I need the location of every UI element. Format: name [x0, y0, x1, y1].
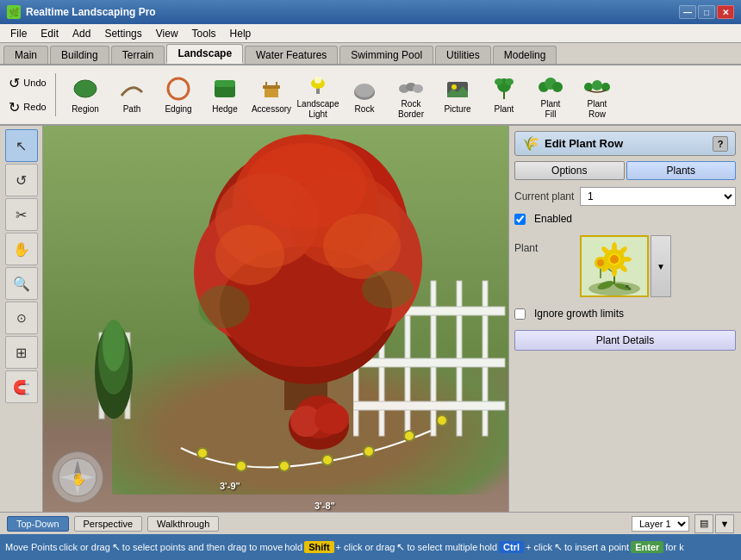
menu-item-add[interactable]: Add	[65, 26, 97, 41]
tool-btn-picture[interactable]: Picture	[435, 70, 480, 120]
tab-swimming-pool[interactable]: Swimming Pool	[339, 46, 433, 64]
svg-point-0	[74, 80, 97, 97]
tool-btn-path[interactable]: Path	[109, 70, 154, 120]
tab-modeling[interactable]: Modeling	[493, 46, 557, 64]
select-tool-button[interactable]: ↖	[5, 129, 38, 162]
right-panel: 🌾 Edit Plant Row ? Options Plants Curren…	[508, 126, 741, 512]
tool-btn-hedge[interactable]: Hedge	[202, 70, 247, 120]
window-title: Realtime Landscaping Pro	[26, 6, 679, 18]
undo-button[interactable]: ↺ Undo	[7, 72, 48, 94]
rotate-tool-button[interactable]: ↺	[5, 164, 38, 196]
status-ctrl-key: Ctrl	[499, 541, 524, 553]
svg-point-25	[584, 83, 593, 91]
left-sidebar: ↖ ↺ ✂ ✋ 🔍 ⊙ ⊞ 🧲	[0, 126, 43, 512]
undo-redo-group: ↺ Undo ↻ Redo	[7, 72, 48, 118]
cut-tool-button[interactable]: ✂	[5, 198, 38, 231]
tab-water-features[interactable]: Water Features	[245, 46, 338, 64]
plant-dropdown-button[interactable]: ▼	[651, 235, 671, 297]
tool-btn-plant[interactable]: Plant	[482, 70, 526, 120]
plant-dot-5	[363, 445, 375, 457]
panel-tab-plants[interactable]: Plants	[626, 161, 737, 180]
layer-icon-2[interactable]: ▼	[715, 514, 734, 533]
tool-btn-region[interactable]: Region	[63, 70, 108, 120]
tool-btn-landscape-light[interactable]: LandscapeLight	[296, 70, 340, 120]
current-plant-select[interactable]: 1	[580, 187, 736, 206]
menu-item-tools[interactable]: Tools	[185, 26, 223, 41]
ignore-growth-row: Ignore growth limits	[514, 306, 736, 321]
svg-point-15	[413, 84, 423, 93]
svg-rect-5	[263, 85, 280, 89]
main-tabbar: MainBuildingTerrainLandscapeWater Featur…	[0, 43, 741, 65]
svg-point-56	[215, 225, 284, 285]
plant-dot-2	[235, 460, 247, 472]
menu-item-help[interactable]: Help	[223, 26, 258, 41]
toolbar-tools: RegionPathEdgingHedgeAccessoryLandscapeL…	[63, 70, 620, 120]
menubar: FileEditAddSettingsViewToolsHelp	[0, 24, 741, 43]
magnet-tool-button[interactable]: 🧲	[5, 370, 38, 403]
layer-icon-1[interactable]: ▤	[694, 514, 713, 533]
plant-details-container: Plant Details	[514, 330, 736, 351]
svg-text:✋: ✋	[72, 472, 87, 487]
svg-point-43	[103, 320, 125, 371]
svg-point-63	[314, 403, 349, 434]
panel-title: Edit Plant Row	[545, 137, 623, 150]
maximize-button[interactable]: □	[698, 5, 715, 19]
tab-main[interactable]: Main	[3, 46, 48, 64]
tab-building[interactable]: Building	[50, 46, 109, 64]
panel-tab-options[interactable]: Options	[514, 161, 625, 180]
layer-select[interactable]: Layer 1 Layer 2	[632, 516, 689, 532]
grid-tool-button[interactable]: ⊞	[5, 336, 38, 369]
plant-dot-7	[436, 414, 448, 426]
tab-landscape[interactable]: Landscape	[166, 44, 243, 64]
tab-utilities[interactable]: Utilities	[435, 46, 491, 64]
tool-btn-edging[interactable]: Edging	[156, 70, 201, 120]
perspective-view-button[interactable]: Perspective	[74, 516, 142, 532]
menu-item-view[interactable]: View	[149, 26, 185, 41]
panel-help-button[interactable]: ?	[713, 136, 728, 152]
menu-item-settings[interactable]: Settings	[97, 26, 148, 41]
close-button[interactable]: ✕	[717, 5, 734, 19]
enabled-checkbox[interactable]	[514, 214, 526, 225]
statusbar: Move Points click or drag ↖ to select po…	[0, 534, 741, 560]
settings-tool-button[interactable]: ⊙	[5, 302, 38, 334]
topdown-view-button[interactable]: Top-Down	[7, 516, 69, 532]
status-for-k: for k	[665, 542, 683, 552]
panel-header: 🌾 Edit Plant Row ?	[514, 131, 736, 156]
titlebar: 🌿 Realtime Landscaping Pro — □ ✕	[0, 0, 741, 24]
plant-thumbnail[interactable]: ↖	[580, 235, 649, 297]
tool-btn-plant-fill[interactable]: PlantFill	[528, 70, 573, 120]
status-enter-key: Enter	[631, 541, 663, 553]
redo-button[interactable]: ↻ Redo	[7, 96, 48, 118]
svg-point-24	[552, 82, 563, 92]
pan-tool-button[interactable]: ✋	[5, 233, 38, 265]
minimize-button[interactable]: —	[679, 5, 696, 19]
svg-point-27	[601, 83, 610, 91]
svg-point-88	[597, 259, 604, 266]
plant-dot-4	[321, 454, 333, 466]
status-shift-text: + click or drag ↖ to select multiple	[336, 541, 478, 553]
zoom-tool-button[interactable]: 🔍	[5, 267, 38, 300]
svg-point-12	[355, 84, 374, 97]
tool-btn-rock-border[interactable]: RockBorder	[389, 70, 433, 120]
tab-terrain[interactable]: Terrain	[111, 46, 165, 64]
svg-point-57	[323, 214, 401, 279]
plant-label: Plant	[514, 235, 575, 254]
tool-btn-accessory[interactable]: Accessory	[249, 70, 294, 120]
walkthrough-view-button[interactable]: Walkthrough	[147, 516, 219, 532]
menu-item-edit[interactable]: Edit	[34, 26, 65, 41]
plant-details-button[interactable]: Plant Details	[514, 330, 736, 351]
tool-btn-rock[interactable]: Rock	[342, 70, 387, 120]
tool-btn-plant-row[interactable]: PlantRow	[575, 70, 620, 120]
current-plant-label: Current plant	[514, 190, 575, 202]
ignore-growth-label: Ignore growth limits	[534, 308, 624, 320]
svg-rect-3	[215, 80, 235, 87]
toolbar-separator	[55, 73, 56, 116]
ignore-growth-checkbox[interactable]	[514, 308, 526, 320]
viewport[interactable]: 3'-9" 3'-8" ✋	[43, 126, 508, 512]
plant-dot-1	[196, 447, 209, 459]
plant-thumbnail-container: ↖ ▼	[580, 235, 671, 297]
svg-point-59	[362, 271, 414, 308]
app-icon: 🌿	[7, 5, 21, 19]
menu-item-file[interactable]: File	[3, 26, 34, 41]
svg-point-77	[612, 242, 617, 252]
